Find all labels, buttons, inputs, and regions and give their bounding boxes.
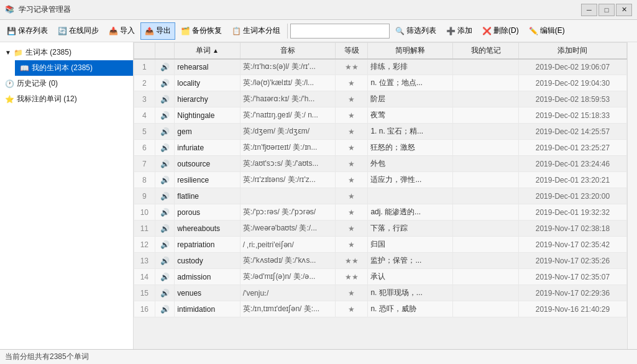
col-audio bbox=[155, 43, 175, 59]
backup-icon: 🗂️ bbox=[181, 27, 190, 35]
cell-level: ★★ bbox=[335, 59, 368, 75]
wordbook-group-button[interactable]: 📋 生词本分组 bbox=[227, 22, 285, 40]
delete-button[interactable]: ❌ 删除(D) bbox=[478, 22, 523, 40]
cell-phonetic: 英:/dʒem/ 美:/dʒɛm/ bbox=[240, 124, 335, 140]
cell-meaning: adj. 能渗透的... bbox=[368, 204, 453, 221]
cell-time: 2019-Dec-02 19:04:30 bbox=[518, 75, 626, 91]
cell-audio[interactable]: 🔊 bbox=[155, 156, 175, 172]
minimize-button[interactable]: ─ bbox=[581, 4, 597, 16]
cell-level: ★ bbox=[335, 285, 368, 301]
table-area: 单词 音标 等级 简明解释 我的笔记 添加时间 1 🔊 rehearsal 英:… bbox=[134, 42, 627, 349]
cell-time: 2019-Dec-01 23:25:27 bbox=[518, 140, 626, 156]
cell-time: 2019-Dec-02 14:25:57 bbox=[518, 124, 626, 140]
table-row[interactable]: 15 🔊 venues /'venjuː/ ★ n. 犯罪现场，... 2019… bbox=[134, 285, 627, 301]
cell-audio[interactable]: 🔊 bbox=[155, 172, 175, 188]
cell-audio[interactable]: 🔊 bbox=[155, 91, 175, 107]
cell-level: ★ bbox=[335, 301, 368, 317]
cell-num: 5 bbox=[134, 124, 155, 140]
cell-note bbox=[453, 188, 518, 204]
close-button[interactable]: ✕ bbox=[616, 4, 632, 16]
cell-audio[interactable]: 🔊 bbox=[155, 285, 175, 301]
table-row[interactable]: 12 🔊 repatriation / ˌriːˌpeitri'eiʃən/ ★… bbox=[134, 237, 627, 253]
status-text: 当前分组共有2385个单词 bbox=[5, 352, 89, 362]
online-sync-button[interactable]: 🔄 在线同步 bbox=[53, 22, 103, 40]
cell-audio[interactable]: 🔊 bbox=[155, 204, 175, 221]
col-time[interactable]: 添加时间 bbox=[518, 43, 626, 59]
cell-num: 13 bbox=[134, 253, 155, 269]
online-sync-label: 在线同步 bbox=[69, 25, 99, 36]
wordbook-group-label: 生词本分组 bbox=[243, 25, 280, 36]
sidebar-item-starred[interactable]: ⭐ 我标注的单词 (12) bbox=[0, 91, 133, 107]
cell-word: resilience bbox=[175, 172, 240, 188]
cell-word: porous bbox=[175, 204, 240, 221]
export-button[interactable]: 📤 导出 bbox=[140, 22, 175, 40]
maximize-button[interactable]: □ bbox=[598, 4, 615, 16]
cell-audio[interactable]: 🔊 bbox=[155, 140, 175, 156]
sidebar-item-wordbook[interactable]: ▼ 📁 生词本 (2385) bbox=[0, 45, 133, 60]
edit-button[interactable]: ✏️ 编辑(E) bbox=[525, 22, 569, 40]
cell-audio[interactable]: 🔊 bbox=[155, 269, 175, 285]
col-meaning[interactable]: 简明解释 bbox=[368, 43, 453, 59]
cell-audio[interactable]: 🔊 bbox=[155, 188, 175, 204]
cell-audio[interactable]: 🔊 bbox=[155, 75, 175, 91]
cell-word: hierarchy bbox=[175, 91, 240, 107]
import-button[interactable]: 📥 导入 bbox=[104, 22, 139, 40]
cell-num: 3 bbox=[134, 91, 155, 107]
backup-restore-button[interactable]: 🗂️ 备份恢复 bbox=[176, 22, 226, 40]
table-row[interactable]: 9 🔊 flatline ★ 2019-Dec-01 23:20:00 bbox=[134, 188, 627, 204]
cell-level: ★ bbox=[335, 204, 368, 221]
table-row[interactable]: 1 🔊 rehearsal 英:/rɪ'hɑːs(ə)l/ 美:/rɪ'... … bbox=[134, 59, 627, 75]
cell-audio[interactable]: 🔊 bbox=[155, 221, 175, 237]
cell-num: 12 bbox=[134, 237, 155, 253]
table-row[interactable]: 11 🔊 whereabouts 英:/weərə'baʊts/ 美:/... … bbox=[134, 221, 627, 237]
col-num bbox=[134, 43, 155, 59]
cell-time: 2019-Nov-17 02:35:26 bbox=[518, 253, 626, 269]
table-row[interactable]: 16 🔊 intimidation 英:/ɪn,tɪmɪ'deɪʃən/ 美:.… bbox=[134, 301, 627, 317]
save-list-label: 保存列表 bbox=[18, 25, 48, 36]
table-row[interactable]: 8 🔊 resilience 英:/rɪ'zɪlɪəns/ 美:/rɪ'z...… bbox=[134, 172, 627, 188]
add-button[interactable]: ➕ 添加 bbox=[442, 22, 477, 40]
table-row[interactable]: 3 🔊 hierarchy 英:/'haɪərɑːkɪ/ 美:/'h... ★ … bbox=[134, 91, 627, 107]
table-row[interactable]: 4 🔊 Nightingale 英:/'naɪtɪŋ.geɪl/ 美:/ n..… bbox=[134, 107, 627, 124]
table-row[interactable]: 2 🔊 locality 英:/lə(ʊ)'kælɪtɪ/ 美:/l... ★ … bbox=[134, 75, 627, 91]
table-row[interactable]: 6 🔊 infuriate 英:/ɪn'fjʊərɪeɪt/ 美:/ɪn... … bbox=[134, 140, 627, 156]
col-word[interactable]: 单词 bbox=[175, 43, 240, 59]
cell-phonetic: 英:/'kʌstədɪ/ 美:/'kʌs... bbox=[240, 253, 335, 269]
cell-note bbox=[453, 269, 518, 285]
cell-word: rehearsal bbox=[175, 59, 240, 75]
cell-word: intimidation bbox=[175, 301, 240, 317]
cell-level: ★ bbox=[335, 75, 368, 91]
cell-audio[interactable]: 🔊 bbox=[155, 237, 175, 253]
cell-audio[interactable]: 🔊 bbox=[155, 59, 175, 75]
cell-audio[interactable]: 🔊 bbox=[155, 301, 175, 317]
sync-icon: 🔄 bbox=[58, 27, 67, 35]
col-level[interactable]: 等级 bbox=[335, 43, 368, 59]
cell-time: 2019-Nov-16 21:40:29 bbox=[518, 301, 626, 317]
sidebar: ▼ 📁 生词本 (2385) 📖 我的生词本 (2385) 🕐 历史记录 (0)… bbox=[0, 42, 134, 349]
table-row[interactable]: 10 🔊 porous 英:/'pɔːrəs/ 美:/'pɔrəs/ ★ adj… bbox=[134, 204, 627, 221]
table-row[interactable]: 14 🔊 admission 英:/əd'mɪʃ(ə)n/ 美:/ə... ★★… bbox=[134, 269, 627, 285]
sidebar-item-history[interactable]: 🕐 历史记录 (0) bbox=[0, 76, 133, 91]
main-layout: ▼ 📁 生词本 (2385) 📖 我的生词本 (2385) 🕐 历史记录 (0)… bbox=[0, 42, 637, 349]
backup-restore-label: 备份恢复 bbox=[192, 25, 222, 36]
save-list-button[interactable]: 💾 保存列表 bbox=[2, 22, 52, 40]
sidebar-item-my-wordbook[interactable]: 📖 我的生词本 (2385) bbox=[15, 60, 133, 76]
status-bar: 当前分组共有2385个单词 bbox=[0, 349, 637, 364]
cell-audio[interactable]: 🔊 bbox=[155, 253, 175, 269]
search-input[interactable] bbox=[293, 27, 380, 35]
cell-meaning: 排练，彩排 bbox=[368, 59, 453, 75]
folder-icon: 📁 bbox=[14, 48, 23, 57]
table-row[interactable]: 7 🔊 outsource 英:/aʊt'sɔːs/ 美:/'aʊts... ★… bbox=[134, 156, 627, 172]
table-row[interactable]: 13 🔊 custody 英:/'kʌstədɪ/ 美:/'kʌs... ★★ … bbox=[134, 253, 627, 269]
col-note[interactable]: 我的笔记 bbox=[453, 43, 518, 59]
filter-list-button[interactable]: 🔍 筛选列表 bbox=[391, 22, 441, 40]
vertical-scrollbar[interactable] bbox=[627, 42, 637, 349]
col-phonetic[interactable]: 音标 bbox=[240, 43, 335, 59]
cell-num: 9 bbox=[134, 188, 155, 204]
cell-audio[interactable]: 🔊 bbox=[155, 107, 175, 124]
cell-audio[interactable]: 🔊 bbox=[155, 124, 175, 140]
table-row[interactable]: 5 🔊 gem 英:/dʒem/ 美:/dʒɛm/ ★ 1. n. 宝石；精..… bbox=[134, 124, 627, 140]
table-scroll[interactable]: 单词 音标 等级 简明解释 我的笔记 添加时间 1 🔊 rehearsal 英:… bbox=[134, 42, 627, 349]
cell-time: 2019-Dec-02 18:59:53 bbox=[518, 91, 626, 107]
cell-note bbox=[453, 285, 518, 301]
